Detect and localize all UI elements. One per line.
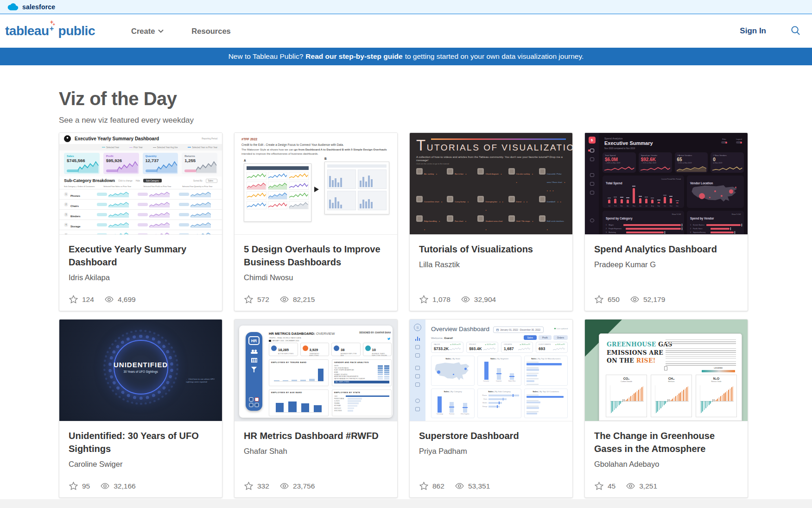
- viz-author[interactable]: Priya Padham: [419, 447, 563, 456]
- main-content: Viz of the Day See a new viz featured ev…: [0, 65, 812, 498]
- favorites-count: 862: [432, 482, 444, 490]
- chevron-down-icon: [158, 29, 164, 33]
- nav-resources[interactable]: Resources: [191, 27, 230, 36]
- salesforce-wordmark: salesforce: [22, 3, 55, 11]
- tableau-public-logo[interactable]: tableau + + + public: [5, 24, 95, 38]
- thumb-legend: LEGEND: [702, 367, 735, 372]
- viz-author[interactable]: Chimdi Nwosu: [244, 273, 388, 282]
- viz-card-5-design-overhauls[interactable]: #TFF 2022 Credit to the Edit - Create a …: [234, 132, 398, 311]
- viz-title[interactable]: Tutorials of Visualizations: [419, 243, 563, 256]
- card-stats: 124 4,699: [69, 295, 136, 304]
- views-count: 32,166: [114, 482, 135, 490]
- thumb-title: Executive Summary: [604, 140, 653, 146]
- table-row: 2 Chairs: [59, 199, 222, 209]
- sparkline: [483, 347, 495, 351]
- card-body: The Change in Greenhouse Gases in the At…: [585, 421, 748, 469]
- viz-author[interactable]: Lilla Rasztik: [419, 260, 563, 269]
- viz-card-executive-yearly-summary[interactable]: Executive Yearly Summary Dashboard Repor…: [59, 132, 222, 311]
- viz-title[interactable]: The Change in Greenhouse Gases in the At…: [594, 429, 738, 455]
- mini-area-chart: [78, 160, 99, 173]
- star-icon[interactable]: [69, 295, 78, 304]
- search-button[interactable]: [790, 25, 801, 38]
- viz-card-spend-analytics[interactable]: $ Spend Analytics Executive Summary Nov …: [584, 132, 748, 311]
- card-stats: 1,078 32,904: [419, 295, 496, 304]
- site-header: tableau + + + public Create Resources Si…: [0, 14, 812, 48]
- sign-in-button[interactable]: Sign In: [740, 26, 766, 36]
- tutorial-tile-icon: [539, 196, 546, 202]
- star-icon[interactable]: [244, 295, 254, 304]
- thumb-hashtag: #TFF 2022: [241, 138, 257, 141]
- favorites-count: 1,078: [432, 295, 450, 304]
- viz-thumbnail[interactable]: Executive Yearly Summary Dashboard Repor…: [59, 133, 222, 235]
- nav-create[interactable]: Create: [131, 27, 164, 36]
- thumb-hint: Click on the circles to go to the tutori…: [416, 163, 566, 165]
- viz-author[interactable]: Caroline Swiger: [69, 460, 213, 469]
- thumb-sidebar: $: [585, 133, 599, 234]
- sparkline: [190, 191, 211, 197]
- viz-title[interactable]: Superstore Dashboard: [419, 429, 563, 442]
- tutorial-tile: Coxcomb / Polar area / Rose chart ● ● ● …: [539, 168, 566, 193]
- viz-author[interactable]: Ghafar Shah: [244, 447, 388, 456]
- card-body: HR Metrics Dashboard #RWFD Ghafar Shah: [235, 421, 397, 456]
- thumb-kpis: Sales $745,566 Profit $95,926 Quantity 1…: [59, 151, 222, 176]
- viz-author[interactable]: Idris Akilapa: [69, 273, 213, 282]
- play-arrow-icon: [314, 187, 319, 192]
- tutorial-tile: Diverging bar ● ● ●: [477, 196, 504, 213]
- sparkline: [518, 347, 530, 351]
- viz-author[interactable]: Pradeep Kumar G: [594, 260, 738, 269]
- announcement-banner[interactable]: New to Tableau Public? Read our step-by-…: [0, 48, 812, 65]
- viz-thumbnail[interactable]: GREENHOUSE GAS EMISSIONS ARE ON THE RISE…: [585, 320, 748, 421]
- thumb-kpis: 18,285ACTIVE EMPLOYEES 3,929TERMINATED E…: [269, 343, 392, 356]
- viz-thumbnail[interactable]: HR HR METRICS DASHBOARD: OVERVIEW #RWFD …: [235, 320, 397, 421]
- viz-author[interactable]: Gbolahan Adebayo: [594, 460, 738, 469]
- viz-title[interactable]: Unidentified: 30 Years of UFO Sightings: [69, 429, 213, 455]
- viz-thumbnail[interactable]: TUTORIALS OF VISUALIZATIONS A collection…: [410, 133, 572, 235]
- manufacturers-panel: Sales | By Top 10 Manufacturers: [524, 356, 568, 386]
- tutorial-tile-icon: [477, 215, 484, 222]
- star-icon[interactable]: [419, 481, 429, 491]
- card-body: Executive Yearly Summary Dashboard Idris…: [59, 235, 222, 282]
- thumb-credit: DESIGNED BY: GHAFAR SHAH: [359, 332, 391, 342]
- viz-thumbnail[interactable]: $ Spend Analytics Executive Summary Nov …: [585, 133, 748, 235]
- viz-card-greenhouse-gases[interactable]: GREENHOUSE GAS EMISSIONS ARE ON THE RISE…: [584, 319, 748, 498]
- star-icon[interactable]: [244, 481, 254, 491]
- thumb-panels: EMPLOYEES BY TENURE BAND GENDER AND RACE…: [269, 359, 392, 416]
- viz-card-grid: Executive Yearly Summary Dashboard Repor…: [59, 132, 812, 498]
- views-icon: [279, 295, 289, 304]
- thumb-subtitle: A collection of how-to videos and articl…: [416, 155, 566, 162]
- thumb-header: Executive Yearly Summary Dashboard Repor…: [59, 133, 222, 144]
- thumb-kpis: SALES▲ 20.4% vs PY$733.2K PROFIT▲ 14.2% …: [431, 342, 568, 353]
- card-stats: 650 52,179: [594, 295, 665, 304]
- star-icon[interactable]: [69, 481, 78, 491]
- star-icon[interactable]: [594, 295, 604, 304]
- star-icon[interactable]: [594, 481, 604, 491]
- sparkline: [190, 212, 211, 218]
- viz-thumbnail[interactable]: #TFF 2022 Credit to the Edit - Create a …: [235, 133, 397, 235]
- gas-panel-partial: HCFCs: [651, 421, 692, 421]
- state-map-panel: Sales | By State: [431, 356, 475, 386]
- viz-thumbnail[interactable]: S Overview Dashboard January 01, 2022 - …: [410, 320, 572, 421]
- tutorial-tile: Curved line chart ●: [416, 196, 443, 213]
- viz-title[interactable]: 5 Design Overhauls to Improve Business D…: [244, 243, 388, 269]
- viz-card-ufo-sightings[interactable]: UNIDENTIFIED 30 Years of UFO Sightings ←…: [59, 319, 222, 498]
- viz-card-superstore[interactable]: S Overview Dashboard January 01, 2022 - …: [409, 319, 573, 498]
- tutorial-tile-icon: [477, 196, 484, 202]
- viz-title[interactable]: HR Metrics Dashboard #RWFD: [244, 429, 388, 442]
- views-icon: [100, 481, 110, 491]
- viz-thumbnail[interactable]: UNIDENTIFIED 30 Years of UFO Sightings ←…: [59, 320, 222, 421]
- viz-card-hr-metrics[interactable]: HR HR METRICS DASHBOARD: OVERVIEW #RWFD …: [234, 319, 398, 498]
- logo-word-tableau: tableau: [5, 24, 49, 38]
- tutorial-tile: Edge bundling ● ●: [416, 215, 443, 232]
- viz-title[interactable]: Executive Yearly Summary Dashboard: [69, 243, 213, 269]
- viz-title[interactable]: Spend Analytics Dashboard: [594, 243, 738, 256]
- gas-panel: N₂O Nitrous Oxide: [696, 375, 737, 417]
- page-subtitle: See a new viz featured every weekday: [59, 116, 812, 125]
- share-icons: [249, 397, 259, 407]
- favorites-count: 572: [257, 295, 269, 304]
- segment-panel: Sales | By Segment ConsumerCorporateHome…: [477, 356, 521, 386]
- page-title: Viz of the Day: [59, 88, 812, 109]
- tenure-panel: EMPLOYEES BY TENURE BAND: [269, 359, 329, 386]
- viz-card-tutorials-of-visualizations[interactable]: TUTORIALS OF VISUALIZATIONS A collection…: [409, 132, 573, 311]
- banner-link[interactable]: Read our step-by-step guide: [305, 52, 402, 61]
- star-icon[interactable]: [419, 295, 429, 304]
